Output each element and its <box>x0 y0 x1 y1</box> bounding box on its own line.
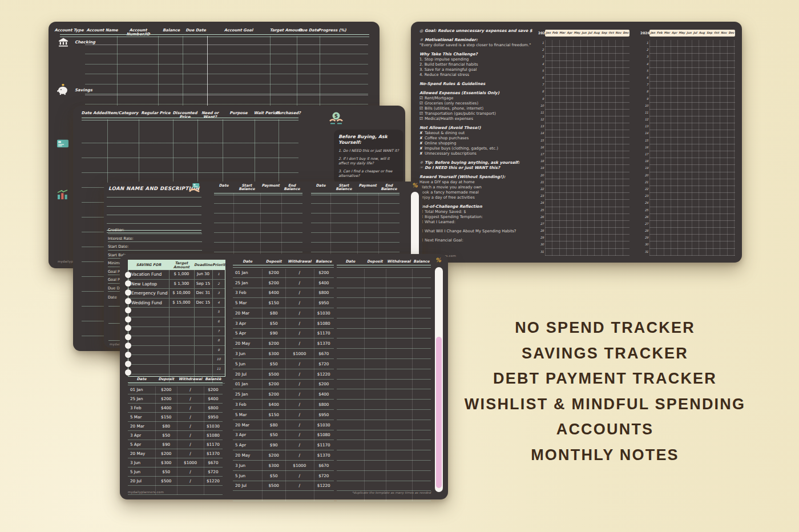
bank-icon <box>58 37 69 47</box>
allowed-item: ☑Bills (utilities, phone, internet) <box>419 106 536 111</box>
goal-row: New Laptop$ 1,300Sep 152 <box>128 280 225 289</box>
no-spend-page: ◎Goal: Reduce unnecessary expenses and s… <box>411 22 742 263</box>
ledger-column-header: Withdrawal <box>285 260 314 263</box>
month-label: Nov <box>721 32 727 35</box>
goal-cell: $ 10,000 <box>169 291 194 295</box>
calendar-row: 14 <box>649 130 735 137</box>
month-label: Jul <box>588 32 592 35</box>
month-header-strip: JanFebMarAprMayJunJulAugSepOctNovDec <box>545 30 629 37</box>
ledger-row-empty <box>337 389 431 400</box>
ledger-cell: 3 Feb <box>233 402 262 406</box>
calendar-row: 24 <box>545 200 629 207</box>
ledger-cell: $200 <box>262 281 285 285</box>
reflection-section: End-of-Challenge Reflection ☐Total Money… <box>419 204 536 243</box>
reflection-item: ☐What I Learned: <box>419 220 536 225</box>
calendar-row: 17 <box>649 151 735 158</box>
ledger-column-header: Deposit <box>262 260 285 263</box>
ledger-cell: $90 <box>155 442 177 446</box>
ledger-cell: / <box>285 474 314 478</box>
calendar-row: 19 <box>649 165 735 172</box>
svg-text:$: $ <box>334 113 338 119</box>
calendar-row: 10 <box>649 103 735 110</box>
allowed-item: ☑Rent/Mortgage <box>419 96 536 101</box>
ledger-row: 01 Jan$200/$200 <box>233 380 334 390</box>
goal-cell: 11 <box>212 368 225 371</box>
day-number: 20 <box>643 174 648 177</box>
ledger-cell: / <box>285 402 314 406</box>
ledger-row: 25 Jan$200/$400 <box>233 389 334 400</box>
ledger-column-header: Payment <box>357 184 378 191</box>
ledger-column-header: End Balance <box>281 184 302 191</box>
day-number: 14 <box>539 132 544 135</box>
column-divider <box>169 289 170 298</box>
calendar-row: 11 <box>545 110 629 116</box>
month-label: May <box>679 32 685 35</box>
not-allowed-section: Not Allowed (Avoid These!) ✘Takeout & di… <box>419 126 536 156</box>
accounts-column-header: Account Goal <box>219 29 259 33</box>
ledger-cell: $1030 <box>314 311 334 315</box>
ledger-cell: / <box>285 413 314 417</box>
ledger-row: 20 Jul$500/$1220 <box>233 369 334 380</box>
why-item: 2. Build better financial habits <box>419 62 536 67</box>
binding-dot <box>125 289 131 296</box>
panel-question: 2. If I don't buy it now, will it affect… <box>338 156 399 166</box>
accounts-column-header: Progress (%) <box>312 29 352 33</box>
day-number: 12 <box>643 118 648 121</box>
goal-row: 7 <box>128 327 225 337</box>
ledger-cell: $200 <box>155 388 177 392</box>
column-divider <box>169 355 170 364</box>
ledger-cell: $50 <box>262 362 285 366</box>
column-divider <box>212 327 213 336</box>
panel-questions: 1. Do I NEED this or just WANT it?2. If … <box>338 148 399 179</box>
column-divider <box>314 269 314 501</box>
calendar-row: 21 <box>545 179 629 186</box>
loan-title: LOAN NAME AND DESCRIPTION <box>108 186 199 191</box>
month-label: Jan <box>546 32 550 35</box>
column-divider <box>169 270 170 279</box>
month-label: Mar <box>559 32 565 35</box>
ledger-cell: $800 <box>314 402 334 406</box>
day-number: 29 <box>539 236 544 239</box>
hand-card-icon <box>188 183 201 194</box>
ledger-cell: $200 <box>314 382 334 386</box>
day-number: 3 <box>539 55 544 58</box>
calendar-row: 13 <box>649 123 735 130</box>
day-number: 5 <box>539 70 544 72</box>
savings-page: SAVING FORTarget AmountDeadlinePriority … <box>120 254 448 499</box>
rules-title: No-Spend Rules & Guidelines <box>419 82 536 87</box>
binding-dot <box>125 352 131 358</box>
ledger-cell: 01 Jan <box>233 382 262 386</box>
ledger-cell: 20 May <box>128 452 155 456</box>
x-mark-icon: ✘ <box>419 151 425 156</box>
day-number: 19 <box>539 167 544 170</box>
month-label: Jul <box>693 32 697 35</box>
ledger-cell: $1030 <box>204 424 223 428</box>
calendar-grid: 1234567891011121314151617181920212223242… <box>649 40 735 256</box>
allowed-section: Allowed Expenses (Essentials Only) ☑Rent… <box>419 91 536 122</box>
column-divider <box>194 327 195 336</box>
ledger-cell: $1220 <box>314 483 334 487</box>
ledger-cell: $500 <box>155 479 177 483</box>
ledger-cell: $400 <box>262 402 285 406</box>
ledger-cell: / <box>285 311 314 315</box>
ledger-column-header: Start Balance <box>233 184 260 191</box>
ledger-cell: $1030 <box>314 423 334 427</box>
wishlist-column-header: Item/Category <box>107 111 139 115</box>
ledger-cell: $50 <box>262 433 285 437</box>
ledger-column-header: Deposit <box>155 377 177 381</box>
goal-row: 8 <box>128 336 225 346</box>
day-number: 5 <box>643 70 648 72</box>
binding-dot <box>125 316 131 323</box>
why-title: Why Take This Challenge? <box>419 52 536 57</box>
calendar-row: 27 <box>545 221 629 228</box>
ledger-row-empty <box>337 349 431 359</box>
ledger-cell: $300 <box>262 352 285 356</box>
ledger-row-empty <box>337 400 431 410</box>
day-number: 29 <box>643 236 648 239</box>
ledger-cell: $1370 <box>314 453 334 457</box>
ledger-table-left: DateDepositWithdrawalBalance01 Jan$200/$… <box>128 377 223 495</box>
goal-cell: 7 <box>212 330 225 333</box>
ledger-row: 20 Mar$80/$1030 <box>233 308 334 319</box>
ledger-row-empty <box>337 369 431 380</box>
ledger-cell: / <box>285 301 314 305</box>
